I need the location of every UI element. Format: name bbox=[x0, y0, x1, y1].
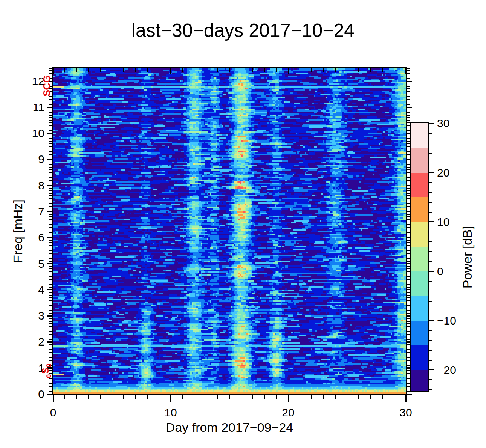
tick-mark bbox=[407, 130, 410, 131]
x-tick-label: 30 bbox=[389, 407, 423, 419]
tick-mark bbox=[323, 395, 324, 399]
tick-mark bbox=[407, 141, 410, 142]
tick-mark bbox=[407, 120, 410, 121]
tick-mark bbox=[407, 177, 410, 178]
tick-mark bbox=[49, 287, 52, 288]
tick-mark bbox=[407, 209, 410, 209]
y-tick-label: 3 bbox=[15, 310, 44, 322]
tick-mark bbox=[49, 175, 52, 175]
tick-mark bbox=[407, 256, 410, 256]
tick-mark bbox=[300, 68, 300, 72]
y-tick-label: 4 bbox=[15, 284, 44, 296]
tick-mark bbox=[49, 297, 52, 298]
tick-mark bbox=[49, 284, 52, 285]
tick-mark bbox=[407, 70, 410, 71]
colorbar-tick bbox=[429, 163, 432, 163]
tick-mark bbox=[407, 391, 410, 392]
annotation-scg-text: SCG bbox=[41, 75, 52, 96]
tick-mark bbox=[407, 323, 410, 324]
colorbar-tick bbox=[429, 153, 432, 154]
tick-mark bbox=[407, 355, 410, 355]
tick-mark bbox=[358, 68, 359, 72]
tick-mark bbox=[135, 68, 136, 72]
tick-mark bbox=[407, 389, 410, 389]
tick-mark bbox=[49, 300, 52, 301]
colorbar-tick bbox=[429, 369, 434, 370]
tick-mark bbox=[49, 219, 52, 220]
tick-mark bbox=[147, 68, 148, 72]
tick-mark bbox=[347, 68, 347, 72]
tick-mark bbox=[49, 308, 52, 308]
tick-mark bbox=[49, 193, 52, 194]
tick-mark bbox=[53, 395, 54, 402]
colorbar-tick bbox=[429, 182, 432, 183]
tick-mark bbox=[407, 214, 410, 215]
colorbar-tick bbox=[429, 212, 432, 213]
tick-mark bbox=[49, 274, 52, 274]
tick-mark bbox=[407, 128, 410, 128]
y-tick-label: 9 bbox=[15, 153, 44, 165]
tick-mark bbox=[49, 172, 52, 173]
tick-mark bbox=[407, 297, 410, 298]
tick-mark bbox=[49, 157, 52, 157]
tick-mark bbox=[241, 395, 241, 399]
tick-mark bbox=[49, 310, 52, 311]
tick-mark bbox=[335, 68, 336, 72]
tick-mark bbox=[49, 292, 52, 293]
tick-mark bbox=[407, 394, 412, 395]
tick-mark bbox=[252, 395, 253, 399]
tick-mark bbox=[407, 240, 410, 241]
tick-mark bbox=[49, 115, 52, 116]
tick-mark bbox=[407, 245, 410, 246]
annotation-0s0-text: S bbox=[40, 367, 51, 374]
tick-mark bbox=[49, 195, 52, 196]
tick-mark bbox=[49, 334, 52, 335]
tick-mark bbox=[407, 88, 410, 89]
tick-mark bbox=[159, 68, 159, 72]
tick-mark bbox=[407, 115, 410, 116]
tick-mark bbox=[407, 370, 410, 371]
tick-mark bbox=[47, 263, 52, 264]
tick-mark bbox=[49, 266, 52, 267]
tick-mark bbox=[49, 276, 52, 277]
tick-mark bbox=[407, 68, 410, 69]
tick-mark bbox=[49, 344, 52, 345]
tick-mark bbox=[382, 395, 383, 399]
tick-mark bbox=[49, 110, 52, 110]
tick-mark bbox=[407, 295, 410, 296]
tick-mark bbox=[49, 164, 52, 165]
tick-mark bbox=[407, 250, 410, 251]
tick-mark bbox=[49, 329, 52, 329]
tick-mark bbox=[407, 378, 410, 379]
y-tick-label: 10 bbox=[15, 127, 44, 139]
colorbar-tick bbox=[429, 192, 432, 193]
tick-mark bbox=[76, 68, 77, 72]
tick-mark bbox=[407, 339, 410, 340]
tick-mark bbox=[49, 180, 52, 181]
annotation-scg: SCG bbox=[41, 63, 52, 108]
tick-mark bbox=[49, 279, 52, 280]
tick-mark bbox=[49, 261, 52, 262]
tick-mark bbox=[407, 349, 410, 350]
tick-mark bbox=[407, 183, 410, 183]
tick-mark bbox=[407, 169, 410, 170]
plot-frame bbox=[52, 67, 407, 395]
tick-mark bbox=[49, 227, 52, 228]
tick-mark bbox=[229, 395, 230, 399]
tick-mark bbox=[49, 321, 52, 322]
tick-mark bbox=[407, 282, 410, 282]
tick-mark bbox=[170, 68, 171, 74]
tick-mark bbox=[311, 395, 312, 399]
tick-mark bbox=[49, 216, 52, 217]
tick-mark bbox=[407, 112, 410, 113]
tick-mark bbox=[407, 365, 410, 366]
tick-mark bbox=[264, 395, 265, 399]
colorbar-tick bbox=[429, 311, 432, 311]
tick-mark bbox=[407, 136, 410, 136]
tick-mark bbox=[407, 300, 410, 301]
x-tick-label: 0 bbox=[36, 407, 70, 419]
tick-mark bbox=[53, 68, 54, 74]
tick-mark bbox=[407, 162, 410, 162]
tick-mark bbox=[407, 193, 410, 194]
tick-mark bbox=[407, 151, 410, 152]
